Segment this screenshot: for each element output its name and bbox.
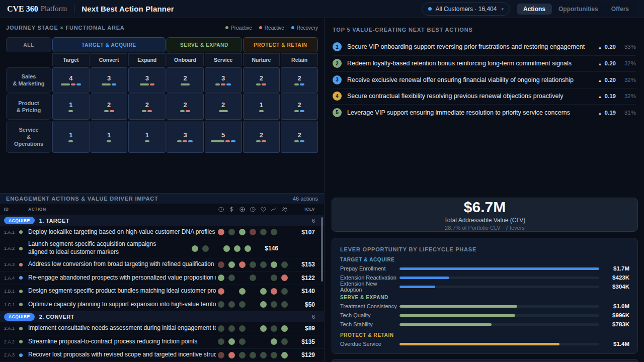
action-id: 1.B.1 <box>4 289 19 294</box>
lever-bar-track <box>399 277 599 279</box>
impact-dot-slot <box>258 229 269 235</box>
action-iclv-value: $107 <box>290 229 315 236</box>
matrix-col-onboard[interactable]: Onboard <box>167 53 204 66</box>
matrix-cell[interactable]: 3 <box>128 67 166 93</box>
matrix-row-label-line: Service <box>19 126 38 133</box>
matrix-cell[interactable]: 4 <box>52 67 90 93</box>
tab-opportunities[interactable]: Opportunities <box>552 4 605 15</box>
impact-dot-slot <box>216 325 226 332</box>
lever-bar-fill <box>399 267 599 270</box>
matrix-cell[interactable]: 2 <box>205 94 242 120</box>
top-actions-list: 1Secure VIP onboarding support reversing… <box>333 39 636 121</box>
impact-dot-slot <box>237 288 248 295</box>
table-scrollbar[interactable] <box>321 217 323 282</box>
matrix-cell-bars <box>215 83 231 85</box>
impact-dots <box>216 275 290 281</box>
matrix-bar-segment-g <box>177 140 182 142</box>
legend-recovery: Recovery <box>291 25 318 31</box>
matrix-cell[interactable]: 3 <box>167 121 204 153</box>
top-action-row[interactable]: 3Receive exclusive renewal offer ensurin… <box>333 71 636 88</box>
section-name: 1. TARGET <box>39 218 290 224</box>
impact-dot <box>260 301 267 308</box>
impact-dot <box>260 288 267 295</box>
matrix-col-nurture[interactable]: Nurture <box>243 53 280 66</box>
chevron-down-icon: ▾ <box>501 7 504 12</box>
matrix-cell[interactable]: 5 <box>205 121 242 153</box>
lever-row[interactable]: Tech Quality$996K <box>340 311 629 320</box>
lever-row[interactable]: Treatment Consistency$1.0M <box>340 302 629 311</box>
matrix-cell[interactable]: 1 <box>128 121 166 153</box>
matrix-col-retain[interactable]: Retain <box>281 53 318 66</box>
lever-row[interactable]: Prepay Enrollment$1.7M <box>340 264 629 273</box>
top-action-row[interactable]: 4Secure contractual flexibility resolvin… <box>333 88 636 105</box>
impact-dot-slot <box>279 229 290 235</box>
top-actions-panel: TOP 5 VALUE-CREATING NEXT BEST ACTIONS 1… <box>325 18 644 193</box>
matrix-cell[interactable]: 2 <box>243 67 280 93</box>
action-row[interactable]: 2.A.1Implement consultative needs assess… <box>0 322 324 336</box>
top-action-row[interactable]: 5Leverage VIP support ensuring immediate… <box>333 104 636 121</box>
action-row[interactable]: 1.A.3Address low conversion from broad t… <box>0 258 324 272</box>
action-row[interactable]: 1.B.1Design segment-specific product bun… <box>0 285 324 299</box>
matrix-cell[interactable]: 2 <box>167 94 204 120</box>
impact-dot <box>218 325 224 332</box>
action-row[interactable]: 1.A.1Deploy lookalike targeting based on… <box>0 226 324 239</box>
matrix-cell[interactable]: 2 <box>91 94 128 120</box>
lever-label: Tech Quality <box>340 312 399 318</box>
triangle-up-icon: ▲ <box>598 78 602 83</box>
matrix-row-label-line: Product <box>18 100 39 107</box>
matrix-tab-serve-expand[interactable]: SERVE & EXPAND <box>167 37 242 52</box>
matrix-bar-segment-r <box>225 140 230 142</box>
action-row[interactable]: 2.A.3Recover lost proposals with revised… <box>0 349 324 362</box>
action-row[interactable]: 1.C.1Optimize capacity planning to suppo… <box>0 298 324 312</box>
section-count: 6 <box>290 218 315 224</box>
top-action-row[interactable]: 1Secure VIP onboarding support reversing… <box>333 39 636 55</box>
matrix-tab-protect-retain[interactable]: PROTECT & RETAIN <box>243 37 318 52</box>
lever-row[interactable]: Tech Stability$783K <box>340 320 629 329</box>
lever-value: $996K <box>606 312 629 318</box>
legend-dot-icon <box>291 26 294 29</box>
matrix-cell[interactable]: 1 <box>52 94 90 120</box>
action-text: Implement consultative needs assessment … <box>28 324 216 332</box>
matrix-bar-segment-g <box>61 83 70 85</box>
lever-bar-fill <box>399 314 515 317</box>
matrix-cell-count: 2 <box>145 101 149 109</box>
matrix-col-convert[interactable]: Convert <box>91 53 128 66</box>
tab-actions[interactable]: Actions <box>517 4 552 15</box>
clock-icon <box>248 206 258 213</box>
matrix-cell[interactable]: 1 <box>91 121 128 153</box>
customer-filter-label: All Customers · 16,404 <box>435 6 497 13</box>
matrix-bar-segment-g <box>107 140 111 142</box>
matrix-cell[interactable]: 2 <box>281 121 318 153</box>
lever-bar-track <box>399 267 599 270</box>
tab-offers[interactable]: Offers <box>605 4 635 15</box>
matrix-tab-target-acquire[interactable]: TARGET & ACQUIRE <box>52 37 166 52</box>
action-row[interactable]: 1.A.4Re-engage abandoned prospects with … <box>0 272 324 285</box>
matrix-col-target[interactable]: Target <box>52 53 90 66</box>
matrix-cell[interactable]: 2 <box>167 67 204 93</box>
matrix-col-service[interactable]: Service <box>205 53 242 66</box>
matrix-cell[interactable]: 2 <box>281 94 318 120</box>
top-action-row[interactable]: 2Redeem loyalty-based retention bonus re… <box>333 55 636 72</box>
status-dot-icon <box>19 340 28 343</box>
matrix-cell[interactable]: 2 <box>128 94 166 120</box>
matrix-cell-count: 3 <box>107 74 111 82</box>
matrix-cell[interactable]: 3 <box>205 67 242 93</box>
lever-row[interactable]: Overdue Service$1.4M <box>340 339 629 348</box>
matrix-cell[interactable]: 3 <box>91 67 128 93</box>
impact-dot-slot <box>221 245 232 252</box>
matrix-cell[interactable]: 1 <box>243 94 280 120</box>
action-row[interactable]: 2.A.2Streamline proposal-to-contract pro… <box>0 335 324 349</box>
matrix-cell[interactable]: 1 <box>52 121 90 153</box>
legend-proactive: Proactive <box>225 25 252 31</box>
action-row[interactable]: 1.A.2Launch segment-specific acquisition… <box>0 239 324 258</box>
matrix-cell[interactable]: 2 <box>281 67 318 93</box>
matrix-cell[interactable]: 2 <box>243 121 280 153</box>
action-id: 1.A.4 <box>4 276 19 281</box>
lever-row[interactable]: Extension New Adoption$304K <box>340 282 629 291</box>
impact-dot-slot <box>226 261 237 268</box>
status-dot-icon <box>19 230 28 234</box>
matrix-tab-all[interactable]: ALL <box>6 37 51 52</box>
matrix-col-expand[interactable]: Expand <box>128 53 166 66</box>
customer-filter-dropdown[interactable]: All Customers · 16,404 ▾ <box>422 3 510 16</box>
impact-dots <box>216 325 290 332</box>
